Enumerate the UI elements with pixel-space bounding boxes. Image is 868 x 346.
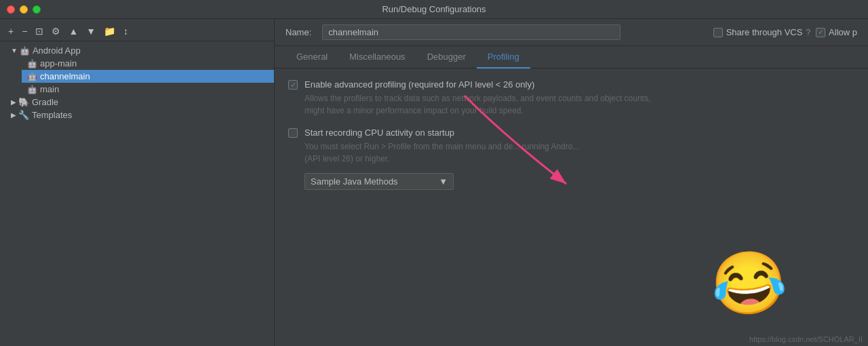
window-title: Run/Debug Configurations <box>382 4 486 14</box>
cpu-recording-title: Start recording CPU activity on startup <box>304 128 579 138</box>
app-main-label: app-main <box>40 58 77 69</box>
tree-item-android-app[interactable]: ▼ 🤖 Android App <box>5 44 274 57</box>
copy-icon[interactable]: ⊡ <box>33 24 46 38</box>
option-cpu-recording: Start recording CPU activity on startup … <box>288 128 854 165</box>
allow-checkbox[interactable] <box>816 28 825 37</box>
main-content: + − ⊡ ⚙ ▲ ▼ 📁 ↕ ▼ 🤖 Android App 🤖 app-ma… <box>0 19 868 346</box>
url-watermark: https://blog.csdn.net/SCHOLAR_II <box>749 335 863 343</box>
gradle-label: Gradle <box>32 97 58 107</box>
advanced-profiling-title: Enable advanced profiling (required for … <box>304 79 650 90</box>
remove-icon[interactable]: − <box>19 24 30 38</box>
folder-icon[interactable]: 📁 <box>101 24 118 38</box>
share-vcs-checkbox[interactable] <box>713 28 723 37</box>
tab-general[interactable]: General <box>285 46 338 69</box>
main-label: main <box>40 84 59 94</box>
advanced-profiling-content: Enable advanced profiling (required for … <box>304 79 650 117</box>
gradle-icon: 🐘 <box>18 97 29 107</box>
main-icon: 🤖 <box>27 85 37 94</box>
expand-arrow: ▼ <box>11 47 18 54</box>
templates-arrow: ▶ <box>11 111 16 119</box>
tab-debugger[interactable]: Debugger <box>416 46 477 69</box>
tab-profiling[interactable]: Profiling <box>477 46 530 69</box>
allow-container: Allow p <box>816 27 857 37</box>
header-right: Share through VCS ? Allow p <box>713 27 857 37</box>
maximize-button[interactable] <box>33 5 41 14</box>
sidebar-toolbar: + − ⊡ ⚙ ▲ ▼ 📁 ↕ <box>0 22 274 41</box>
close-button[interactable] <box>7 5 15 14</box>
sort-icon[interactable]: ↕ <box>121 24 131 38</box>
dropdown-arrow-icon: ▼ <box>439 176 448 187</box>
android-app-icon: 🤖 <box>20 46 30 56</box>
config-header: Name: Share through VCS ? Allow p <box>275 19 868 46</box>
tree-item-main[interactable]: 🤖 main <box>22 83 274 96</box>
minimize-button[interactable] <box>20 5 28 14</box>
option-advanced-profiling: Enable advanced profiling (required for … <box>288 79 854 117</box>
sidebar: + − ⊡ ⚙ ▲ ▼ 📁 ↕ ▼ 🤖 Android App 🤖 app-ma… <box>0 19 275 346</box>
tree-item-channelmain[interactable]: 🤖 channelmain <box>22 70 274 83</box>
name-input[interactable] <box>322 24 620 40</box>
share-vcs-container: Share through VCS ? <box>713 27 810 37</box>
right-panel: Name: Share through VCS ? Allow p Genera… <box>275 19 868 346</box>
share-vcs-label: Share through VCS <box>726 27 803 37</box>
move-up-icon[interactable]: ▲ <box>66 24 81 38</box>
cpu-recording-desc: You must select Run > Profile from the m… <box>304 140 579 165</box>
gradle-arrow: ▶ <box>11 98 16 106</box>
move-down-icon[interactable]: ▼ <box>83 24 98 38</box>
tab-miscellaneous[interactable]: Miscellaneous <box>338 46 416 69</box>
templates-icon: 🔧 <box>18 110 29 120</box>
traffic-lights <box>7 5 41 14</box>
advanced-profiling-checkbox[interactable] <box>288 80 298 90</box>
tabs-bar: General Miscellaneous Debugger Profiling <box>275 46 868 69</box>
sample-method-dropdown[interactable]: Sample Java Methods ▼ <box>304 173 454 190</box>
tree-item-app-main[interactable]: 🤖 app-main <box>22 57 274 70</box>
emoji-laughing: 😂 <box>708 244 790 322</box>
templates-label: Templates <box>32 110 72 120</box>
app-main-icon: 🤖 <box>27 59 37 69</box>
tree-item-label: Android App <box>33 45 81 56</box>
profiling-content: Enable advanced profiling (required for … <box>275 69 868 346</box>
add-icon[interactable]: + <box>5 24 16 38</box>
allow-label: Allow p <box>829 27 857 37</box>
tree-item-templates[interactable]: ▶ 🔧 Templates <box>5 109 274 121</box>
dropdown-container: Sample Java Methods ▼ <box>304 173 854 190</box>
advanced-profiling-desc: Allows the profilers to track data such … <box>304 92 650 117</box>
tree-root: ▼ 🤖 Android App 🤖 app-main 🤖 channelmain… <box>0 44 274 121</box>
channelmain-icon: 🤖 <box>27 72 37 81</box>
dropdown-value: Sample Java Methods <box>311 176 398 187</box>
settings-icon[interactable]: ⚙ <box>49 24 63 38</box>
title-bar: Run/Debug Configurations <box>0 0 868 19</box>
cpu-recording-checkbox[interactable] <box>288 128 298 138</box>
cpu-recording-content: Start recording CPU activity on startup … <box>304 128 579 165</box>
name-label: Name: <box>285 27 311 37</box>
tree-item-gradle[interactable]: ▶ 🐘 Gradle <box>5 96 274 109</box>
channelmain-label: channelmain <box>40 71 90 81</box>
share-vcs-help-icon[interactable]: ? <box>806 28 810 37</box>
